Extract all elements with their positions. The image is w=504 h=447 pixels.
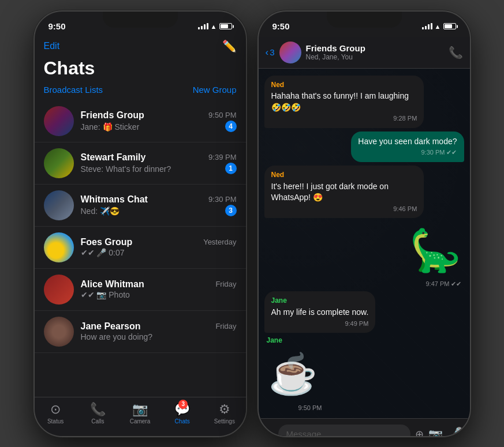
chat-info-friends-group: Friends Group 9:50 PM Jane: 🎁 Sticker 4 [81, 110, 237, 132]
mic-button[interactable]: 🎤 [447, 427, 463, 436]
settings-icon: ⚙ [219, 402, 230, 417]
add-button[interactable]: + [266, 426, 274, 436]
chats-badge: 3 [178, 400, 188, 409]
chat-item-alice-whitman[interactable]: Alice Whitman Friday ✔✔ 📷 Photo [35, 269, 246, 311]
back-button[interactable]: ‹ 3 [266, 47, 275, 58]
chat-item-whitmans-chat[interactable]: Whitmans Chat 9:30 PM Ned: ✈️😎 3 [35, 185, 246, 227]
avatar-jane-pearson [44, 317, 74, 347]
tab-bar: ⊙ Status 📞 Calls 📷 Camera 💬 3 Chats [35, 397, 246, 436]
chat-name-row: Whitmans Chat 9:30 PM [81, 194, 237, 205]
dino-sticker: 🦕 [406, 221, 464, 279]
message-time: 9:46 PM [271, 205, 417, 213]
chat-item-jane-pearson[interactable]: Jane Pearson Friday How are you doing? [35, 311, 246, 353]
messages-area: Ned Hahaha that's so funny!! I am laughi… [259, 69, 470, 419]
chat-name-row: Jane Pearson Friday [81, 321, 237, 332]
tab-status-label: Status [47, 418, 64, 425]
battery-fill-right [445, 24, 453, 28]
message-text: It's here!! I just got dark mode on What… [271, 181, 417, 204]
chat-time: 9:50 PM [208, 111, 236, 119]
message-time: 9:30 PM ✔✔ [358, 148, 457, 157]
chat-name: Jane Pearson [81, 321, 141, 332]
wifi-icon: ▲ [211, 23, 217, 30]
chats-header: Edit ✏️ [35, 37, 246, 58]
video-call-button[interactable]: 📞 [449, 46, 463, 59]
signal-icon-right [422, 23, 432, 29]
chat-name: Whitmans Chat [81, 194, 148, 205]
chat-preview: ✔✔ 📷 Photo [81, 290, 130, 299]
chat-name: Foes Group [81, 237, 133, 247]
new-group-link[interactable]: New Group [193, 85, 237, 95]
chat-input-bar: + Message ⊕ 📷 🎤 [259, 418, 470, 435]
tab-calls[interactable]: 📞 Calls [83, 402, 112, 425]
tab-status[interactable]: ⊙ Status [41, 402, 70, 425]
signal-bar-1 [422, 27, 424, 29]
chat-detail-bg: Ned Hahaha that's so funny!! I am laughi… [259, 69, 470, 436]
group-info: Friends Group Ned, Jane, You [306, 43, 449, 61]
edit-button[interactable]: Edit [44, 41, 60, 51]
chat-name-row: Foes Group Yesterday [81, 237, 237, 247]
avatar-foes-group [44, 232, 74, 262]
chat-info-whitmans-chat: Whitmans Chat 9:30 PM Ned: ✈️😎 3 [81, 194, 237, 216]
avatar-stewart-family [44, 148, 74, 178]
compose-button[interactable]: ✏️ [222, 39, 237, 53]
signal-bar-2 [425, 26, 427, 29]
chat-nav: ‹ 3 Friends Group Ned, Jane, You 📞 [259, 37, 470, 69]
chat-item-stewart-family[interactable]: Stewart Family 9:39 PM Steve: What's for… [35, 142, 246, 185]
sticker-time: 9:47 PM ✔✔ [425, 280, 464, 288]
chat-preview: Ned: ✈️😎 [81, 206, 120, 216]
chat-info-stewart-family: Stewart Family 9:39 PM Steve: What's for… [81, 152, 237, 174]
signal-bar-3 [428, 24, 430, 29]
signal-bar-1 [198, 27, 200, 29]
message-ned-2: Ned It's here!! I just got dark mode on … [264, 166, 424, 218]
message-sender: Jane [271, 296, 369, 306]
message-time: 9:28 PM [271, 114, 417, 123]
chat-time: 9:30 PM [208, 195, 236, 204]
chats-title: Chats [35, 58, 246, 82]
tab-camera[interactable]: 📷 Camera [125, 402, 154, 425]
battery-fill [221, 24, 229, 28]
chat-info-alice-whitman: Alice Whitman Friday ✔✔ 📷 Photo [81, 279, 237, 300]
message-jane-1: Jane Ah my life is complete now. 9:49 PM [264, 291, 376, 333]
message-sender: Ned [271, 80, 417, 90]
tab-settings-label: Settings [214, 418, 235, 425]
chat-list: Friends Group 9:50 PM Jane: 🎁 Sticker 4 [35, 100, 246, 397]
tab-chats[interactable]: 💬 3 Chats [168, 402, 197, 425]
chat-name-row: Alice Whitman Friday [81, 279, 237, 290]
chat-preview: ✔✔ 🎤 0:07 [81, 248, 125, 257]
emoji-button[interactable]: ⊕ [415, 428, 424, 436]
back-arrow-icon: ‹ [266, 47, 269, 58]
chat-time: Yesterday [203, 238, 236, 246]
avatar-whitmans-chat [44, 190, 74, 220]
chat-time: 9:39 PM [208, 153, 236, 161]
tab-chats-label: Chats [175, 418, 190, 425]
battery-icon-right [443, 23, 456, 29]
left-screen: 9:50 ▲ Edit ✏️ [35, 12, 246, 436]
chat-name: Alice Whitman [81, 279, 144, 290]
calls-icon: 📞 [90, 402, 106, 417]
input-placeholder: Message [286, 429, 322, 435]
group-name: Friends Group [306, 43, 449, 53]
signal-bar-4 [207, 23, 208, 29]
unread-badge: 3 [225, 205, 237, 216]
phone-notch-right [327, 12, 402, 28]
message-text: Ah my life is complete now. [271, 307, 369, 318]
message-text: Have you seen dark mode? [358, 136, 457, 148]
chat-item-foes-group[interactable]: Foes Group Yesterday ✔✔ 🎤 0:07 [35, 227, 246, 269]
message-input[interactable]: Message [278, 425, 410, 435]
tab-settings[interactable]: ⚙ Settings [210, 402, 239, 425]
right-phone: 9:50 ▲ ‹ 3 [257, 10, 471, 437]
chat-name-row: Stewart Family 9:39 PM [81, 152, 237, 163]
attach-button[interactable]: 📷 [428, 427, 443, 436]
message-text: Hahaha that's so funny!! I am laughing 🤣… [271, 91, 417, 113]
group-avatar [279, 42, 301, 63]
chat-item-friends-group[interactable]: Friends Group 9:50 PM Jane: 🎁 Sticker 4 [35, 100, 246, 142]
chat-preview: Steve: What's for dinner? [81, 164, 171, 174]
right-screen: 9:50 ▲ ‹ 3 [259, 12, 470, 436]
message-sender: Ned [271, 170, 417, 180]
signal-bar-2 [201, 26, 203, 29]
chat-time: Friday [215, 280, 236, 288]
chat-name: Friends Group [81, 110, 144, 121]
coffee-sticker: ☕ [264, 345, 322, 403]
dino-emoji: 🦕 [409, 226, 461, 275]
broadcast-lists-link[interactable]: Broadcast Lists [44, 85, 103, 95]
